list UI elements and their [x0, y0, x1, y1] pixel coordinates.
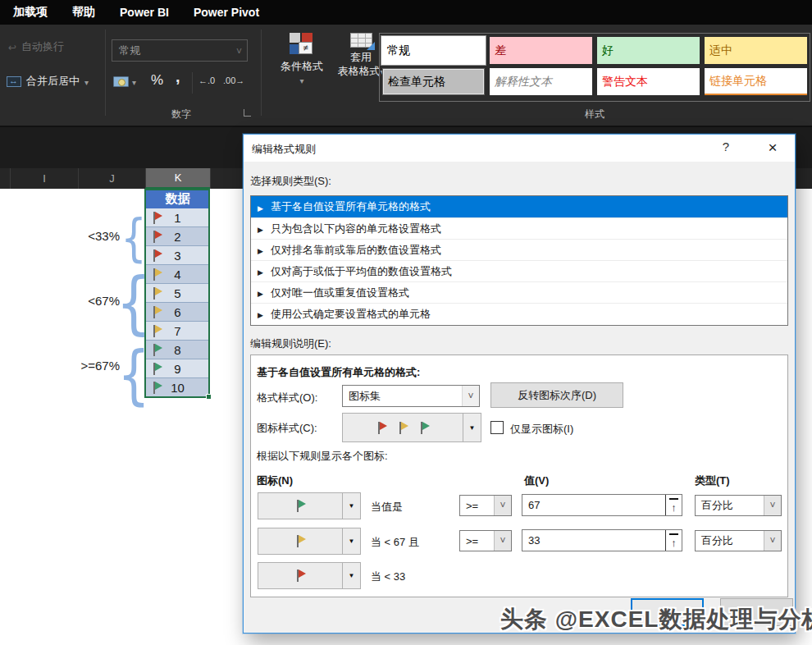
brace-shape	[122, 340, 144, 410]
rule-condition-label: 当值是	[371, 500, 403, 515]
format-style-combo[interactable]: 图标集	[342, 385, 480, 407]
number-format-value: 常规	[112, 43, 236, 58]
data-cell[interactable]: 3	[146, 246, 209, 265]
data-cell[interactable]: 10	[146, 378, 209, 397]
dropdown-arrow-icon	[342, 493, 360, 519]
rule-type-item[interactable]: 只为包含以下内容的单元格设置格式	[251, 217, 787, 239]
rule-type-item[interactable]: 使用公式确定要设置格式的单元格	[251, 303, 787, 324]
data-cell[interactable]: 8	[146, 341, 209, 359]
triangle-right-icon	[258, 286, 263, 299]
data-cell[interactable]: 2	[146, 227, 209, 246]
data-cell[interactable]: 7	[146, 322, 209, 341]
cell-value: 4	[174, 268, 180, 281]
increase-decimal-button[interactable]: ←.0	[198, 75, 215, 85]
cell-style-swatch[interactable]: 解释性文本	[490, 68, 592, 95]
chevron-down-icon	[299, 73, 303, 88]
rule-condition-label: 当 < 33	[371, 570, 405, 584]
rule-condition-label: 当 < 67 且	[371, 535, 419, 550]
rule-icon-dropdown[interactable]	[258, 528, 361, 555]
increase-decimal-icon: ←.0	[198, 75, 215, 85]
operator-combo[interactable]: >=	[459, 530, 512, 551]
data-header-cell[interactable]: 数据	[146, 190, 209, 208]
menu-item[interactable]: 加载项	[13, 5, 48, 20]
data-cell[interactable]: 1	[146, 208, 209, 227]
rule-type-item[interactable]: 基于各自值设置所有单元格的格式	[251, 196, 787, 217]
type-combo[interactable]: 百分比	[695, 530, 782, 551]
type-column-header: 类型(T)	[695, 473, 730, 488]
separator	[192, 72, 193, 94]
rule-icon-dropdown[interactable]	[258, 562, 361, 589]
flag-icon	[151, 324, 163, 338]
comma-style-button[interactable]: ,	[176, 67, 180, 86]
flag-icon	[294, 534, 307, 548]
rule-type-text: 仅对高于或低于平均值的数值设置格式	[271, 264, 452, 279]
conditional-formatting-button[interactable]: ≠ 条件格式	[271, 33, 333, 88]
rule-icon-dropdown[interactable]	[258, 492, 361, 519]
flag-icon	[151, 362, 163, 376]
flag-icon	[151, 286, 163, 300]
collapse-dialog-icon[interactable]	[665, 530, 682, 551]
cell-style-swatch[interactable]: 警告文本	[597, 68, 700, 95]
wrap-text-button[interactable]: 自动换行	[8, 39, 64, 54]
cell-value: 6	[174, 305, 180, 319]
rule-type-item[interactable]: 仅对排名靠前或靠后的数值设置格式	[251, 239, 787, 260]
brace-shape	[122, 265, 144, 341]
menu-item[interactable]: Power BI	[120, 6, 169, 19]
data-cell[interactable]: 6	[146, 303, 209, 322]
cell-style-swatch[interactable]: 适中	[705, 37, 807, 64]
annotation-label-lt33: <33%	[54, 229, 120, 243]
show-icon-only-label: 仅显示图标(I)	[510, 422, 573, 437]
number-group-label: 数字	[108, 108, 254, 121]
data-cell[interactable]: 4	[146, 265, 209, 284]
accounting-format-button[interactable]	[113, 74, 136, 89]
column-header-j[interactable]: J	[78, 168, 145, 189]
icon-style-combo[interactable]	[342, 413, 481, 442]
value-input[interactable]: 33	[522, 529, 682, 551]
triangle-right-icon	[258, 265, 263, 277]
data-cell[interactable]: 9	[146, 359, 209, 378]
type-value: 百分比	[696, 533, 764, 548]
dropdown-arrow-icon	[342, 528, 360, 554]
chevron-down-icon	[494, 531, 511, 551]
column-header-i[interactable]: I	[10, 168, 78, 189]
merge-center-button[interactable]: 合并后居中	[7, 74, 89, 89]
rule-description-groupbox: 基于各自值设置所有单元格的格式: 格式样式(O): 图标集 反转图标次序(D) …	[250, 355, 788, 597]
chevron-down-icon	[236, 43, 247, 58]
type-value: 百分比	[696, 498, 764, 513]
decrease-decimal-button[interactable]: .00→	[223, 75, 244, 85]
cell-style-swatch[interactable]: 检查单元格	[382, 68, 485, 95]
type-combo[interactable]: 百分比	[695, 495, 782, 516]
fill-handle[interactable]	[206, 394, 212, 400]
value-text: 67	[522, 499, 665, 511]
menu-item[interactable]: Power Pivot	[194, 6, 259, 19]
cell-style-swatch[interactable]: 好	[597, 37, 700, 64]
flag-icon	[151, 305, 163, 319]
operator-combo[interactable]: >=	[459, 495, 512, 516]
number-format-combo[interactable]: 常规	[112, 39, 248, 62]
data-cell[interactable]: 5	[146, 284, 209, 303]
chevron-down-icon	[84, 75, 89, 88]
collapse-dialog-icon[interactable]	[665, 495, 682, 515]
cell-value: 1	[174, 211, 180, 225]
menubar: 加载项帮助Power BIPower Pivot	[0, 0, 812, 25]
flag-icon	[418, 421, 431, 435]
help-icon[interactable]: ?	[716, 140, 736, 156]
cell-style-swatch[interactable]: 链接单元格	[705, 68, 807, 95]
cell-style-swatch[interactable]: 差	[490, 37, 592, 64]
dialog-launcher-icon[interactable]	[244, 109, 251, 117]
cell-style-swatch[interactable]: 常规	[382, 37, 485, 64]
show-icon-only-checkbox[interactable]	[490, 421, 504, 434]
cell-styles-gallery: 常规差好适中 检查单元格解释性文本警告文本链接单元格	[379, 33, 810, 102]
annotation-label-lt67: <67%	[54, 294, 120, 308]
value-input[interactable]: 67	[522, 494, 682, 516]
menu-item[interactable]: 帮助	[72, 5, 95, 20]
rule-type-text: 使用公式确定要设置格式的单元格	[271, 307, 431, 322]
percent-style-button[interactable]: %	[151, 72, 163, 89]
rule-type-item[interactable]: 仅对唯一值或重复值设置格式	[251, 281, 787, 303]
reverse-icon-order-button[interactable]: 反转图标次序(D)	[490, 382, 623, 408]
rule-type-item[interactable]: 仅对高于或低于平均值的数值设置格式	[251, 260, 787, 281]
operator-value: >=	[460, 500, 494, 512]
rule-type-text: 只为包含以下内容的单元格设置格式	[271, 222, 441, 236]
close-icon[interactable]: ×	[760, 138, 785, 158]
column-header-k[interactable]: K	[145, 168, 210, 189]
